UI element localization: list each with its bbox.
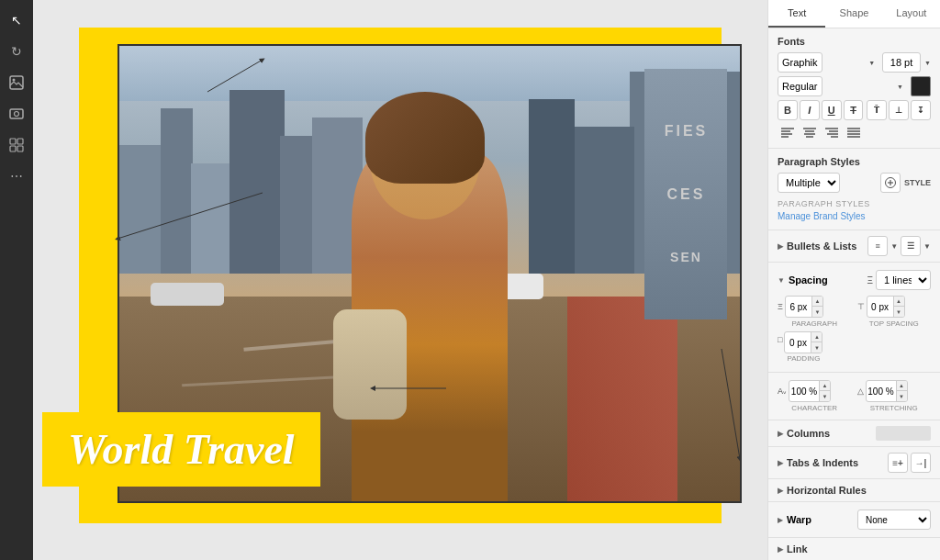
tabs-indents-header[interactable]: ▶ Tabs & Indents ≡+ →| [768,447,940,479]
line-spacing-select[interactable]: 1 lines 1.5 lines 2 lines [876,270,931,290]
horizontal-rules-label: Horizontal Rules [787,485,867,496]
svg-point-3 [15,112,19,117]
character-input-group: ▲ ▼ [789,380,831,402]
link-label: Link [787,543,808,554]
character-up[interactable]: ▲ [819,381,830,391]
font-size-input[interactable] [882,52,921,73]
tab-shape[interactable]: Shape [825,0,882,28]
italic-button[interactable]: I [800,100,820,120]
warp-select[interactable]: None Arch Wave [857,510,931,530]
warp-row: ▶ Warp None Arch Wave [778,510,931,530]
padding-up[interactable]: ▲ [811,332,822,342]
world-travel-overlay[interactable]: World Travel [42,412,320,487]
valign-top-button[interactable]: T̂ [867,100,887,120]
line-spacing-icon: Ξ [867,275,874,286]
valign-bot-button[interactable]: ↧ [911,100,931,120]
warp-section: ▶ Warp None Arch Wave [768,502,940,538]
photo-icon[interactable] [4,101,29,127]
paragraph-styles-sublabel: PARAGRAPH STYLES [778,196,931,209]
underline-button[interactable]: U [822,100,842,120]
character-down[interactable]: ▼ [819,391,830,401]
padding-down[interactable]: ▼ [811,342,822,353]
stretching-label: STRETCHING [857,404,932,412]
add-style-button[interactable] [880,173,901,193]
canvas-area: FIES CES SEN World Travel [33,0,767,560]
stretching-down[interactable]: ▼ [896,391,907,401]
tabs-icon-btn[interactable]: ≡+ [888,453,908,473]
warp-label: Warp [787,514,811,525]
paragraph-style-select[interactable]: Multiple [778,173,840,193]
image-icon[interactable] [4,70,29,95]
valign-mid-button[interactable]: ⊥ [889,100,909,120]
svg-rect-4 [10,139,16,144]
warp-chevron: ▶ [778,516,783,524]
align-center-button[interactable] [800,124,820,140]
bullets-list-btn[interactable]: ≡ [867,236,888,256]
manage-brand-styles-link[interactable]: Manage Brand Styles [778,211,866,221]
paragraph-style-row: Multiple STYLE [778,173,931,193]
left-toolbar: ↖ ↻ ⋯ [0,0,33,560]
top-spacing-label: TOP SPACING [857,319,932,328]
padding-input[interactable] [785,332,811,353]
padding-input-group: ▲ ▼ [784,331,822,353]
columns-chevron: ▶ [778,430,783,438]
stretching-input[interactable] [867,381,896,401]
fonts-section: Fonts Graphik ▼ ▼ Regular Bold Italic ▼ [768,28,940,149]
character-input[interactable] [789,381,819,401]
top-spacing-input[interactable] [867,297,893,317]
stretching-input-group: ▲ ▼ [866,380,908,402]
strikethrough-button[interactable]: T [844,100,864,120]
svg-rect-7 [17,146,23,151]
paragraph-label: PARAGRAPH [778,319,852,328]
horizontal-rules-chevron: ▶ [778,487,783,495]
padding-label: PADDING [784,354,822,363]
layout-icon[interactable] [4,132,29,158]
tabs-indents-label: Tabs & Indents [787,457,858,468]
horizontal-rules-header[interactable]: ▶ Horizontal Rules [768,479,940,502]
character-label: CHARACTER [778,404,852,412]
columns-header[interactable]: ▶ Columns [768,420,940,447]
top-spacing-input-group: ▲ ▼ [867,296,905,318]
align-right-button[interactable] [822,124,842,140]
font-color-swatch[interactable] [911,76,931,96]
link-header[interactable]: ▶ Link [768,538,940,560]
cursor-icon[interactable]: ↖ [4,7,29,33]
paragraph-spacing-up[interactable]: ▲ [811,297,822,307]
bold-button[interactable]: B [778,100,798,120]
paragraph-spacing-input-group: ▲ ▼ [785,296,823,318]
bullets-lists-label: Bullets & Lists [787,241,856,252]
tabs-chevron: ▶ [778,459,783,467]
font-family-row: Graphik ▼ ▼ [778,52,931,73]
font-family-select[interactable]: Graphik [778,52,822,73]
align-buttons-row [778,124,931,140]
tab-text[interactable]: Text [768,0,825,28]
style-label: STYLE [904,178,931,187]
fonts-label: Fonts [778,36,805,47]
panel-tabs: Text Shape Layout [768,0,940,28]
fonts-header: Fonts [778,36,931,47]
paragraph-styles-section: Paragraph Styles Multiple STYLE PARAGRAP… [768,149,940,230]
indents-icon-btn[interactable]: →| [911,453,931,473]
align-left-button[interactable] [778,124,798,140]
more-icon[interactable]: ⋯ [4,163,29,189]
bullets-chevron: ▶ [778,242,783,251]
align-justify-button[interactable] [844,124,864,140]
svg-rect-2 [10,109,23,118]
top-spacing-up[interactable]: ▲ [893,297,904,307]
paragraph-spacing-input[interactable] [786,297,811,317]
spacing-label: Spacing [789,274,828,286]
stretching-up[interactable]: ▲ [896,381,907,391]
font-style-row: Regular Bold Italic ▼ [778,76,931,96]
paragraph-spacing-down[interactable]: ▼ [811,307,822,317]
world-travel-text: World Travel [68,426,295,473]
numbered-list-btn[interactable]: ☰ [901,236,921,256]
spacing-chevron: ▼ [778,276,785,285]
font-style-select[interactable]: Regular Bold Italic [778,76,822,96]
link-chevron: ▶ [778,545,783,554]
rotate-icon[interactable]: ↻ [4,39,29,64]
tab-layout[interactable]: Layout [883,0,940,28]
paragraph-styles-label: Paragraph Styles [778,156,860,167]
top-spacing-down[interactable]: ▼ [893,307,904,317]
svg-point-1 [13,79,16,82]
bullets-lists-header[interactable]: ▶ Bullets & Lists ≡ ▼ ☰ ▼ [768,230,940,263]
